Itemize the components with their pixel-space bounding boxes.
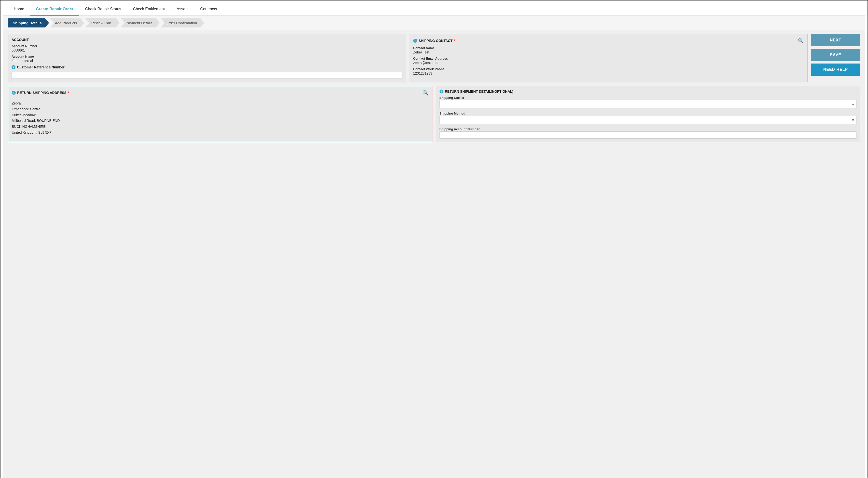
shipping-carrier-label: Shipping Carrier: [439, 96, 857, 100]
shipping-method-label: Shipping Method: [439, 112, 857, 115]
shipping-account-number-input[interactable]: [439, 132, 857, 139]
account-card: ACCOUNT Account Number 6088861 Account N…: [8, 34, 406, 82]
return-address-text: Zebra, Experience Centre, Dukes Meadow, …: [12, 98, 429, 138]
return-shipment-info-icon: i: [439, 90, 443, 94]
next-button[interactable]: NEXT: [811, 34, 860, 46]
shipping-contact-search-icon[interactable]: 🔍: [798, 38, 804, 44]
shipping-contact-info-icon: i: [413, 39, 417, 43]
step-payment-details[interactable]: Payment Details: [121, 19, 160, 28]
need-help-button[interactable]: NEED HELP: [811, 64, 860, 76]
return-address-info-icon: i: [12, 91, 16, 95]
action-buttons-panel: NEXT SAVE NEED HELP: [811, 34, 860, 82]
top-navigation: Home Create Repair Order Check Repair St…: [3, 3, 865, 16]
return-address-search-icon[interactable]: 🔍: [422, 90, 429, 96]
main-content: ACCOUNT Account Number 6088861 Account N…: [3, 30, 865, 478]
nav-home[interactable]: Home: [8, 3, 30, 16]
step-shipping-details[interactable]: Shipping Details: [8, 19, 49, 28]
shipping-contact-card: i SHIPPING CONTACT * 🔍 Contact Name Zebr…: [409, 34, 808, 82]
contact-email-label: Contact Email Address: [413, 57, 804, 60]
account-number-label: Account Number: [11, 44, 402, 48]
nav-assets[interactable]: Assets: [170, 3, 194, 16]
customer-ref-info-icon: i: [11, 65, 16, 69]
step-bar: Shipping Details Add Products Review Car…: [3, 16, 865, 30]
customer-ref-label: Customer Reference Number: [17, 65, 65, 69]
contact-name-value: Zebra Test: [413, 50, 804, 54]
shipping-method-select[interactable]: [439, 116, 857, 124]
shipping-contact-title: i SHIPPING CONTACT * 🔍: [413, 38, 804, 44]
shipping-method-select-wrap: [439, 116, 857, 124]
top-row: ACCOUNT Account Number 6088861 Account N…: [8, 34, 860, 82]
step-add-products[interactable]: Add Products: [50, 19, 85, 28]
nav-contracts[interactable]: Contracts: [194, 3, 223, 16]
return-shipping-address-card: i RETURN SHIPPING ADDRESS * 🔍 Zebra, Exp…: [8, 86, 432, 142]
step-review-cart[interactable]: Review Cart: [86, 19, 120, 28]
contact-phone-label: Contact Work Phone: [413, 67, 804, 71]
contact-name-label: Contact Name: [413, 46, 804, 50]
customer-ref-label-wrap: i Customer Reference Number: [11, 65, 402, 69]
customer-ref-input[interactable]: [11, 72, 402, 79]
account-name-value: Zebra Internal: [11, 59, 402, 63]
return-shipment-details-card: i RETURN SHIPMENT DETAILS(OPTIONAL) Ship…: [436, 86, 860, 142]
return-address-title: i RETURN SHIPPING ADDRESS * 🔍: [12, 90, 429, 96]
save-button[interactable]: SAVE: [811, 49, 860, 61]
shipping-carrier-select[interactable]: [439, 100, 857, 108]
shipping-contact-label: SHIPPING CONTACT: [418, 39, 453, 43]
nav-check-entitlement[interactable]: Check Entitlement: [127, 3, 170, 16]
contact-email-value: zebra@test.com: [413, 61, 804, 65]
account-number-value: 6088861: [11, 48, 402, 52]
return-shipment-title: i RETURN SHIPMENT DETAILS(OPTIONAL): [439, 90, 857, 94]
account-name-label: Account Name: [11, 55, 402, 58]
bottom-row: i RETURN SHIPPING ADDRESS * 🔍 Zebra, Exp…: [8, 86, 860, 142]
nav-create-repair-order[interactable]: Create Repair Order: [30, 3, 79, 16]
contact-phone-value: 1231231233: [413, 71, 804, 75]
return-shipment-label: RETURN SHIPMENT DETAILS(OPTIONAL): [445, 90, 514, 94]
shipping-carrier-select-wrap: [439, 100, 857, 108]
shipping-account-number-label: Shipping Account Number: [439, 127, 857, 131]
shipping-contact-required: *: [454, 39, 455, 43]
return-address-label: RETURN SHIPPING ADDRESS: [17, 91, 66, 95]
step-order-confirmation[interactable]: Order Confirmation: [161, 19, 205, 28]
nav-check-repair-status[interactable]: Check Repair Status: [79, 3, 127, 16]
return-address-required: *: [68, 91, 69, 95]
account-section-title: ACCOUNT: [11, 38, 402, 42]
